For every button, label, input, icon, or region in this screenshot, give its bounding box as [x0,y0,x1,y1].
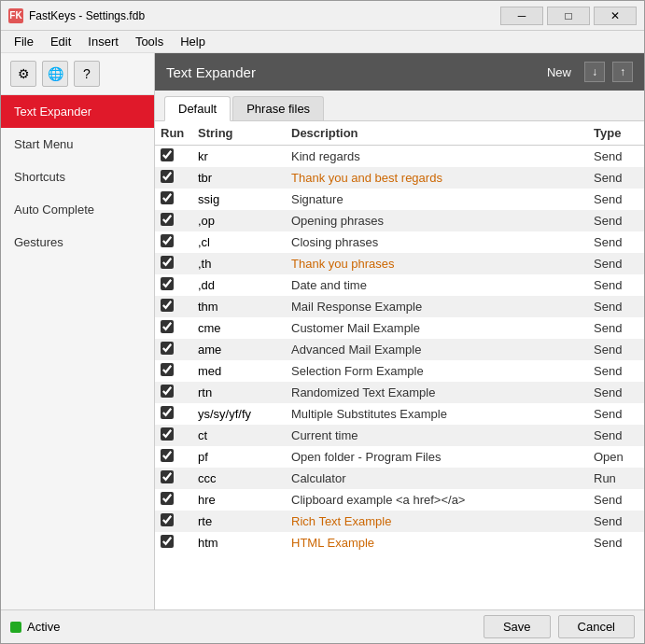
sidebar-nav: Text ExpanderStart MenuShortcutsAuto Com… [1,95,154,609]
table-row[interactable]: ,clClosing phrasesSend [155,231,644,253]
row-string: pf [192,446,286,468]
sidebar-item-gestures[interactable]: Gestures [1,226,154,259]
row-description: Kind regards [286,146,588,168]
menu-item-insert[interactable]: Insert [80,33,126,50]
row-checkbox-8[interactable] [161,320,174,333]
row-checkbox-2[interactable] [161,191,174,204]
tab-default[interactable]: Default [164,96,231,121]
row-string: med [192,360,286,382]
row-checkbox-7[interactable] [161,299,174,312]
panel-header: Text Expander New ↓ ↑ [155,53,644,91]
app-icon: FK [8,8,23,23]
row-string: thm [192,296,286,317]
row-description: Current time [286,425,588,446]
row-checkbox-12[interactable] [161,406,174,419]
row-checkbox-18[interactable] [161,535,174,548]
table-row[interactable]: rtnRandomized Text ExampleSend [155,382,644,403]
row-string: rte [192,511,286,532]
row-checkbox-6[interactable] [161,277,174,290]
table-area[interactable]: Run String Description Type krKind regar… [155,121,644,609]
move-down-button[interactable]: ↓ [584,62,605,82]
row-checkbox-17[interactable] [161,513,174,526]
row-type: Send [588,146,644,168]
sidebar-item-shortcuts[interactable]: Shortcuts [1,161,154,193]
table-row[interactable]: krKind regardsSend [155,146,644,168]
row-description: Advanced Mail Example [286,339,588,360]
row-checkbox-16[interactable] [161,492,174,505]
table-row[interactable]: htmHTML ExampleSend [155,532,644,553]
row-type: Send [588,489,644,511]
row-checkbox-1[interactable] [161,170,174,183]
tabs-bar: DefaultPhrase files [155,91,644,121]
table-row[interactable]: ctCurrent timeSend [155,425,644,446]
table-row[interactable]: cccCalculatorRun [155,468,644,489]
row-description: Opening phrases [286,210,588,231]
table-row[interactable]: ,thThank you phrasesSend [155,253,644,274]
row-type: Send [588,317,644,339]
table-row[interactable]: tbrThank you and best regardsSend [155,167,644,189]
menu-item-tools[interactable]: Tools [128,33,171,50]
table-row[interactable]: ,ddDate and timeSend [155,274,644,296]
row-checkbox-5[interactable] [161,256,174,269]
close-button[interactable]: ✕ [594,7,637,25]
row-type: Send [588,403,644,425]
tab-phrase-files[interactable]: Phrase files [232,96,324,120]
table-row[interactable]: thmMail Response ExampleSend [155,296,644,317]
menu-item-help[interactable]: Help [173,33,213,50]
table-row[interactable]: ,opOpening phrasesSend [155,210,644,231]
row-checkbox-10[interactable] [161,363,174,376]
active-indicator [10,622,21,633]
row-description: Thank you and best regards [286,167,588,189]
move-up-button[interactable]: ↑ [612,62,633,82]
help-icon-button[interactable]: ? [74,61,100,87]
row-type: Send [588,274,644,296]
globe-icon-button[interactable]: 🌐 [42,61,68,87]
table-row[interactable]: ameAdvanced Mail ExampleSend [155,339,644,360]
row-checkbox-9[interactable] [161,342,174,355]
row-type: Send [588,511,644,532]
sidebar-icons: ⚙ 🌐 ? [1,53,154,95]
menu-item-file[interactable]: File [7,33,41,50]
maximize-button[interactable]: □ [547,7,590,25]
sidebar-item-text-expander[interactable]: Text Expander [1,95,154,128]
status-bar: Active Save Cancel [1,609,644,643]
row-type: Send [588,532,644,553]
row-checkbox-13[interactable] [161,427,174,441]
table-row[interactable]: medSelection Form ExampleSend [155,360,644,382]
row-checkbox-4[interactable] [161,234,174,247]
menu-bar: FileEditInsertToolsHelp [1,31,644,53]
table-row[interactable]: rteRich Text ExampleSend [155,511,644,532]
row-checkbox-14[interactable] [161,449,174,462]
row-checkbox-3[interactable] [161,213,174,226]
sidebar-item-start-menu[interactable]: Start Menu [1,128,154,161]
row-type: Run [588,468,644,489]
sidebar-item-auto-complete[interactable]: Auto Complete [1,193,154,226]
menu-item-edit[interactable]: Edit [43,33,78,50]
row-description: Signature [286,189,588,210]
table-row[interactable]: ys/sy/yf/fyMultiple Substitutes ExampleS… [155,403,644,425]
row-string: htm [192,532,286,553]
row-description: HTML Example [286,532,588,553]
minimize-button[interactable]: ─ [500,7,543,25]
row-type: Send [588,382,644,403]
row-description: Open folder - Program Files [286,446,588,468]
table-row[interactable]: cmeCustomer Mail ExampleSend [155,317,644,339]
row-checkbox-15[interactable] [161,470,174,483]
table-row[interactable]: hreClipboard example <a href></a>Send [155,489,644,511]
row-checkbox-0[interactable] [161,148,174,161]
main-content: ⚙ 🌐 ? Text ExpanderStart MenuShortcutsAu… [1,53,644,609]
save-button[interactable]: Save [484,615,551,638]
row-checkbox-11[interactable] [161,385,174,398]
panel-header-controls: New ↓ ↑ [541,62,633,82]
row-string: ,op [192,210,286,231]
cancel-button[interactable]: Cancel [558,615,635,638]
table-row[interactable]: pfOpen folder - Program FilesOpen [155,446,644,468]
new-button[interactable]: New [541,63,577,81]
row-type: Send [588,231,644,253]
settings-icon-button[interactable]: ⚙ [10,61,36,87]
row-type: Send [588,360,644,382]
col-header-run: Run [155,121,192,146]
table-row[interactable]: ssigSignatureSend [155,189,644,210]
row-string: ct [192,425,286,446]
row-description: Date and time [286,274,588,296]
